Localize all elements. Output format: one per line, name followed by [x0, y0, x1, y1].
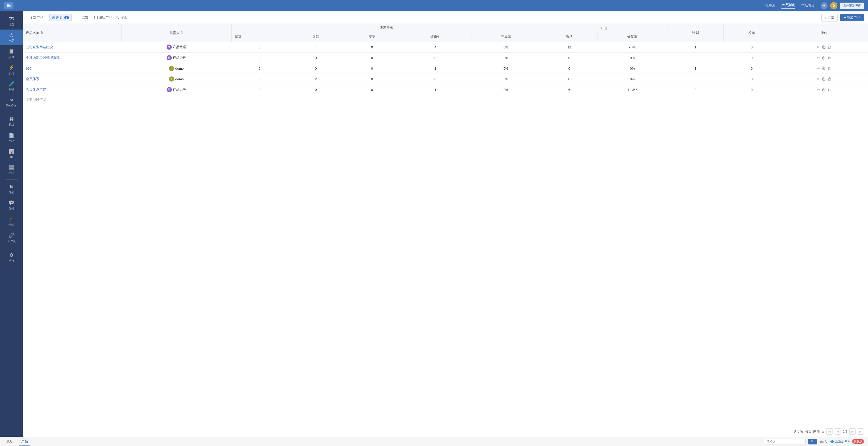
cell-bug-active-1: 0: [541, 53, 597, 63]
total-count: 共 5 项: [794, 429, 803, 434]
product-link-3[interactable]: 会员体系: [26, 77, 39, 81]
add-product-button[interactable]: + 添加产品: [840, 14, 864, 21]
page-first-btn[interactable]: |◀: [826, 428, 833, 435]
cell-plan-3: 0: [668, 74, 724, 85]
edit-icon-2[interactable]: ✏: [817, 66, 820, 70]
cell-product-name: 会员体系搭建: [23, 85, 121, 95]
nav-product-list[interactable]: 产品列表: [781, 3, 795, 8]
pagination-area: 共 5 项 每页 20 项 ∧ |◀ ◀ 1/1 ▶ ▶|: [23, 426, 868, 437]
all-products-filter[interactable]: 全部产品: [27, 14, 46, 21]
sidebar-label-org: 组织: [8, 171, 14, 175]
toggle-icon-4[interactable]: ⏻: [822, 88, 826, 92]
nav-product-board[interactable]: 产品看板: [801, 3, 815, 8]
cell-plan-4: 0: [668, 85, 724, 95]
cell-release-4: 0: [724, 85, 780, 95]
cell-assignee: D demo: [121, 63, 231, 74]
sidebar-item-feedback[interactable]: 💬 反馈: [0, 197, 23, 213]
bottom-tab-product[interactable]: 产品: [19, 437, 30, 446]
sidebar-item-home[interactable]: 🗺 地盘: [0, 13, 23, 29]
sidebar-label-execution: 执行: [8, 71, 14, 75]
export-button[interactable]: ↑ 导出: [822, 14, 838, 22]
search-area[interactable]: 🔍 搜索: [115, 15, 127, 20]
cell-plan-2: 1: [668, 63, 724, 74]
assignee-name-0: 产品经理: [173, 45, 186, 50]
delete-icon-4[interactable]: 🗑: [828, 88, 831, 92]
sidebar-item-devops[interactable]: ∞ DevOps: [0, 95, 23, 109]
edit-icon-4[interactable]: ✏: [817, 88, 820, 92]
bottom-search-input[interactable]: [764, 439, 806, 444]
sidebar-item-org[interactable]: 🏢 组织: [0, 162, 23, 178]
unclosed-filter[interactable]: 未关闭 5: [49, 14, 72, 21]
test-icon: 🧪: [8, 81, 14, 87]
edit-icon-1[interactable]: ✏: [817, 56, 820, 60]
edit-products-input[interactable]: [94, 16, 98, 19]
sidebar-item-execution[interactable]: ⚡ 执行: [0, 62, 23, 78]
toggle-icon-0[interactable]: ⏻: [822, 45, 826, 49]
workflow-icon: 🔗: [8, 232, 14, 238]
cell-fix-rate-3: 0%: [597, 74, 668, 85]
nav-dashboard[interactable]: 仪表盘: [765, 3, 775, 8]
th-completion: 完成率: [470, 32, 541, 42]
sidebar-label-home: 地盘: [8, 23, 14, 26]
per-page-arrow[interactable]: ∧: [822, 430, 824, 433]
academy-icon: 🎓: [8, 216, 14, 222]
sidebar-item-admin[interactable]: ⚙ 后台: [0, 250, 23, 265]
cell-assignee: 经 产品经理: [121, 42, 231, 53]
admin-icon: ⚙: [9, 252, 13, 258]
cell-active-1: 0: [288, 53, 344, 63]
cell-review-3: 0: [400, 74, 470, 85]
sidebar-label-devops: DevOps: [6, 104, 17, 107]
delete-icon-3[interactable]: 🗑: [828, 77, 831, 81]
sidebar-item-office[interactable]: 🖥 办公: [0, 181, 23, 197]
ai-label[interactable]: 🤖 AI: [820, 440, 828, 443]
page-next-btn[interactable]: ▶: [849, 428, 856, 435]
page-last-btn[interactable]: ▶|: [858, 428, 864, 435]
delete-icon-2[interactable]: 🗑: [828, 66, 831, 70]
sidebar-item-workflow[interactable]: 🔗 工作流: [0, 230, 23, 246]
sidebar-divider-2: [5, 180, 19, 180]
sidebar-item-project[interactable]: 📋 项目: [0, 46, 23, 62]
delete-icon-1[interactable]: 🗑: [828, 56, 831, 60]
bi-icon: 📊: [8, 149, 14, 154]
sidebar-label-feedback: 反馈: [8, 207, 14, 211]
flagship-badge: 旗舰版: [852, 439, 864, 444]
app-logo: tE: [4, 2, 13, 9]
toggle-icon-2[interactable]: ⏻: [822, 66, 826, 70]
sidebar-item-test[interactable]: 🧪 测试: [0, 78, 23, 94]
sidebar-item-product[interactable]: ◎ 产品: [0, 30, 23, 45]
product-link-4[interactable]: 会员体系搭建: [26, 88, 46, 91]
toggle-icon-3[interactable]: ⏻: [822, 77, 826, 81]
add-circle-button[interactable]: +: [821, 2, 828, 9]
bottom-tab-home[interactable]: 地盘: [4, 437, 15, 446]
cell-completion-3: 0%: [470, 74, 541, 85]
delete-icon-0[interactable]: 🗑: [828, 45, 831, 49]
product-link-0[interactable]: 公司企业网站建设: [26, 45, 53, 49]
assignee-avatar-3: D: [169, 76, 174, 82]
sidebar-item-bi[interactable]: 📊 BI: [0, 146, 23, 161]
product-link-2[interactable]: 666: [26, 67, 32, 70]
sidebar-item-academy[interactable]: 🎓 学堂: [0, 214, 23, 229]
sidebar-item-docs[interactable]: 📄 文档: [0, 130, 23, 146]
office-icon: 🖥: [9, 184, 14, 189]
ended-filter[interactable]: 结束: [79, 14, 91, 21]
th-plan: 计划: [668, 24, 724, 42]
th-review: 评审中: [400, 32, 470, 42]
toggle-icon-1[interactable]: ⏻: [822, 56, 826, 60]
user-avatar[interactable]: D: [830, 2, 837, 9]
cell-fix-rate-4: 14.3%: [597, 85, 668, 95]
product-link-1[interactable]: 企业内部工时管理系统: [26, 56, 60, 60]
edit-icon-0[interactable]: ✏: [817, 45, 820, 49]
cell-product-name: 666: [23, 63, 121, 74]
page-prev-btn[interactable]: ◀: [835, 428, 841, 435]
top-nav: 仪表盘 产品列表 产品看板: [765, 3, 815, 8]
enterprise-label[interactable]: 🔷 企业版 8.9: [830, 439, 849, 444]
enterprise-icon: 🔷: [830, 440, 834, 443]
toolbar: 全部产品 未关闭 5 | 结束 编辑产品 🔍 搜索 ↑ 导出 + 添加产品: [23, 11, 868, 24]
edit-products-checkbox[interactable]: 编辑产品: [94, 15, 112, 20]
sidebar-label-kanban: 看板: [8, 123, 14, 127]
research-btn[interactable]: 综合研发界面: [840, 3, 864, 9]
bottom-search-btn[interactable]: 🔍: [808, 439, 817, 444]
sidebar-label-admin: 后台: [8, 259, 14, 263]
edit-icon-3[interactable]: ✏: [817, 77, 820, 81]
sidebar-item-kanban[interactable]: ▦ 看板: [0, 114, 23, 129]
